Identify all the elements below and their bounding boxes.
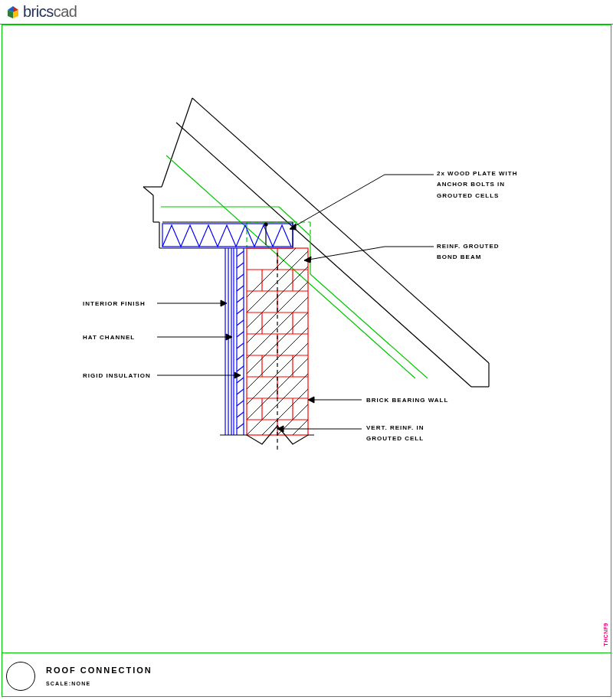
svg-line-34	[237, 263, 244, 268]
brand-text: bricscad	[23, 3, 77, 21]
svg-line-33	[237, 251, 244, 257]
svg-line-9	[176, 123, 471, 387]
label-brick-bearing-wall: BRICK BEARING WALL	[366, 395, 448, 406]
detail-marker-icon	[6, 662, 35, 691]
svg-line-39	[237, 320, 244, 325]
svg-line-41	[237, 343, 244, 348]
label-wood-plate: 2x WOOD PLATE WITH ANCHOR BOLTS IN GROUT…	[437, 168, 517, 201]
svg-line-43	[237, 366, 244, 371]
svg-line-42	[237, 355, 244, 360]
svg-marker-101	[308, 397, 314, 403]
svg-line-47	[237, 412, 244, 417]
label-hat-channel: HAT CHANNEL	[83, 332, 135, 343]
svg-line-45	[237, 389, 244, 394]
header-bar: bricscad	[0, 0, 613, 25]
label-rigid-insulation: RIGID INSULATION	[83, 371, 151, 381]
svg-line-21	[310, 274, 428, 378]
svg-line-35	[237, 274, 244, 280]
svg-line-36	[237, 286, 244, 291]
svg-line-48	[237, 424, 244, 429]
drawing-scale: SCALE:NONE	[46, 681, 152, 686]
svg-line-37	[237, 297, 244, 303]
label-vert-reinf: VERT. REINF. IN GROUTED CELL	[366, 423, 424, 445]
svg-line-44	[237, 378, 244, 383]
svg-line-88	[290, 175, 385, 229]
drawing-id-tag: THCNF9	[603, 623, 608, 646]
svg-line-11	[143, 187, 153, 195]
svg-line-38	[237, 309, 244, 314]
label-bond-beam: REINF. GROUTED BOND BEAM	[437, 241, 500, 263]
svg-line-5	[162, 98, 192, 187]
title-block: ROOF CONNECTION SCALE:NONE	[2, 653, 611, 698]
bricscad-logo-icon	[6, 5, 20, 19]
svg-line-40	[237, 332, 244, 337]
svg-marker-99	[234, 372, 241, 378]
label-interior-finish: INTERIOR FINISH	[83, 299, 146, 309]
drawing-title: ROOF CONNECTION	[46, 666, 152, 675]
svg-marker-95	[221, 300, 227, 306]
cad-drawing	[2, 46, 611, 582]
svg-point-86	[264, 223, 267, 226]
svg-line-20	[279, 207, 310, 236]
svg-line-91	[304, 247, 385, 260]
svg-line-46	[237, 401, 244, 406]
